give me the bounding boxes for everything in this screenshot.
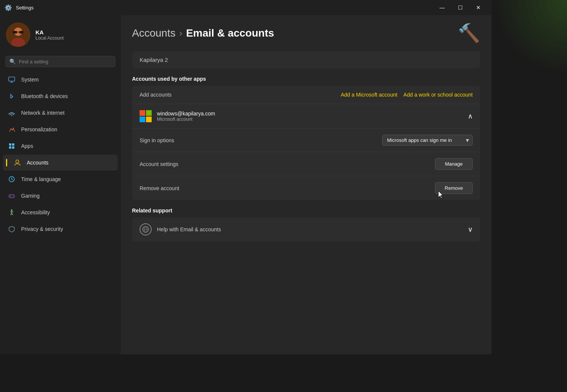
sidebar: KA Local Account 🔍 System [0, 15, 121, 354]
sidebar-item-accessibility[interactable]: Accessibility [3, 204, 118, 220]
time-icon [8, 175, 16, 183]
title-bar: ⚙️ Settings — ☐ ✕ [0, 0, 492, 15]
sidebar-item-bluetooth[interactable]: Bluetooth & devices [3, 88, 118, 104]
kapilarya-row: Kapilarya 2 [132, 51, 480, 68]
add-accounts-actions: Add a Microsoft account Add a work or sc… [341, 92, 473, 98]
network-icon [8, 109, 16, 117]
svg-rect-12 [9, 146, 11, 149]
account-info: windows@kapilarya.com Microsoft account [157, 111, 215, 122]
add-accounts-label: Add accounts [140, 92, 172, 98]
ms-quad-red [140, 110, 145, 116]
header-row: Accounts › Email & accounts 🔨 [132, 23, 480, 44]
sidebar-item-time[interactable]: Time & language [3, 171, 118, 187]
globe-icon [140, 223, 152, 235]
remove-account-row: Remove account Remove [132, 176, 480, 200]
add-microsoft-button[interactable]: Add a Microsoft account [341, 92, 397, 98]
svg-point-20 [13, 196, 14, 197]
support-card: Help with Email & accounts ∨ [132, 217, 480, 241]
personalization-icon [8, 125, 16, 134]
svg-point-9 [11, 115, 12, 116]
gaming-icon [8, 192, 16, 200]
account-row-left: windows@kapilarya.com Microsoft account [140, 110, 215, 122]
profile-type: Local Account [35, 35, 64, 41]
microsoft-account-row: windows@kapilarya.com Microsoft account … [132, 104, 480, 129]
search-input[interactable] [19, 59, 111, 65]
svg-rect-10 [9, 143, 11, 146]
svg-line-24 [11, 213, 12, 215]
support-expand-button[interactable]: ∨ [468, 225, 473, 234]
support-row-left: Help with Email & accounts [140, 223, 221, 235]
hammer-icon: 🔨 [458, 23, 480, 44]
close-button[interactable]: ✕ [470, 2, 487, 14]
sidebar-item-gaming[interactable]: Gaming [3, 188, 118, 204]
svg-point-21 [11, 209, 12, 211]
svg-rect-3 [13, 31, 17, 34]
add-accounts-row: Add accounts Add a Microsoft account Add… [132, 86, 480, 104]
sidebar-item-label-privacy: Privacy & security [21, 226, 63, 232]
sign-in-dropdown[interactable]: Microsoft apps can sign me in Ask me eve… [382, 135, 473, 146]
manage-button[interactable]: Manage [435, 158, 473, 170]
minimize-button[interactable]: — [433, 2, 451, 14]
breadcrumb-current: Email & accounts [186, 27, 274, 39]
svg-rect-11 [12, 143, 14, 146]
microsoft-logo [140, 110, 152, 122]
bluetooth-icon [8, 92, 16, 100]
account-email: windows@kapilarya.com [157, 111, 215, 117]
breadcrumb: Accounts › Email & accounts [132, 27, 274, 39]
svg-rect-16 [9, 195, 14, 198]
expand-account-button[interactable]: ∧ [468, 112, 473, 120]
profile-section[interactable]: KA Local Account [0, 15, 121, 53]
sidebar-item-apps[interactable]: Apps [3, 138, 118, 154]
svg-point-19 [12, 196, 13, 197]
sign-in-options-label: Sign in options [140, 137, 174, 143]
help-row[interactable]: Help with Email & accounts ∨ [132, 217, 480, 241]
sidebar-item-label-network: Network & internet [21, 110, 65, 116]
window-title: Settings [16, 5, 34, 11]
sidebar-item-system[interactable]: System [3, 72, 118, 88]
sidebar-item-label-personalization: Personalization [21, 126, 57, 132]
svg-point-14 [16, 160, 19, 163]
sidebar-item-privacy[interactable]: Privacy & security [3, 221, 118, 237]
search-box[interactable]: 🔍 [5, 56, 115, 67]
app-body: KA Local Account 🔍 System [0, 15, 492, 354]
help-email-accounts: Help with Email & accounts [157, 226, 221, 232]
ms-quad-blue [140, 117, 145, 122]
sidebar-item-label-gaming: Gaming [21, 193, 40, 199]
sidebar-item-label-time: Time & language [21, 176, 61, 182]
maximize-button[interactable]: ☐ [452, 2, 469, 14]
sidebar-item-label-apps: Apps [21, 143, 33, 149]
kapilarya-label: Kapilarya 2 [140, 57, 168, 63]
account-settings-label: Account settings [140, 161, 178, 167]
accessibility-icon [8, 208, 16, 217]
sidebar-item-label-accessibility: Accessibility [21, 209, 50, 215]
avatar [6, 23, 30, 47]
svg-rect-13 [12, 146, 14, 149]
related-support-title: Related support [132, 208, 480, 214]
sidebar-item-label-accounts: Accounts [27, 160, 49, 166]
search-icon: 🔍 [9, 58, 16, 65]
sidebar-item-personalization[interactable]: Personalization [3, 121, 118, 137]
accounts-used-title: Accounts used by other apps [132, 76, 480, 82]
privacy-icon [8, 225, 16, 233]
sign-in-options-row: Sign in options Microsoft apps can sign … [132, 129, 480, 152]
window-controls: — ☐ ✕ [433, 2, 487, 14]
sidebar-item-accounts[interactable]: Accounts [3, 155, 118, 171]
accounts-card: Add accounts Add a Microsoft account Add… [132, 86, 480, 200]
add-work-button[interactable]: Add a work or school account [403, 92, 473, 98]
svg-rect-6 [9, 77, 15, 81]
profile-name: KA [35, 29, 64, 35]
remove-button[interactable]: Remove [435, 182, 473, 194]
account-settings-row: Account settings Manage [132, 152, 480, 176]
system-icon [8, 75, 16, 84]
svg-rect-4 [19, 31, 23, 34]
accounts-icon [13, 158, 22, 167]
sidebar-item-network[interactable]: Network & internet [3, 105, 118, 121]
sidebar-item-label-system: System [21, 77, 39, 83]
title-bar-left: ⚙️ Settings [5, 4, 34, 11]
ms-quad-green [146, 110, 152, 116]
profile-info: KA Local Account [35, 29, 64, 41]
sign-in-dropdown-wrapper: Microsoft apps can sign me in Ask me eve… [382, 135, 473, 146]
ms-quad-yellow [146, 117, 152, 122]
active-indicator [6, 159, 7, 166]
remove-account-label: Remove account [140, 185, 179, 191]
